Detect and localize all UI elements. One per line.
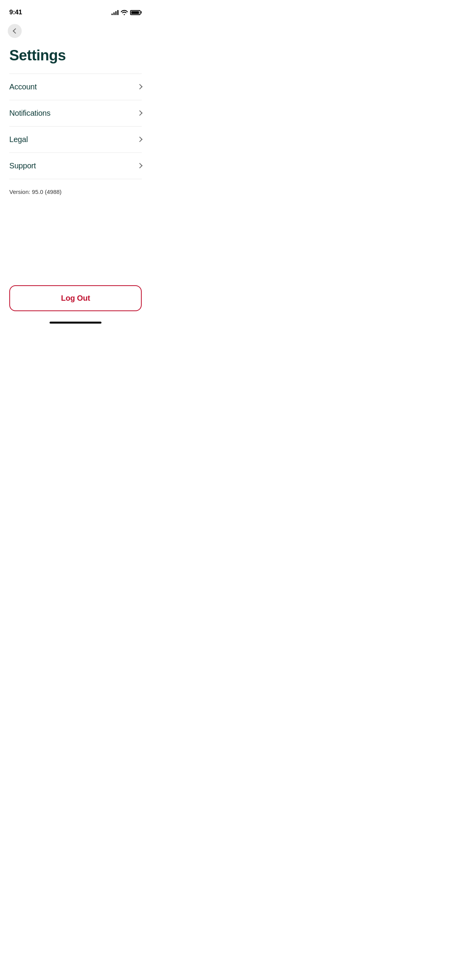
chevron-right-icon [137,84,142,89]
logout-button-label: Log Out [61,294,90,302]
battery-icon [130,10,142,15]
page-title: Settings [0,41,151,67]
menu-item-account-label: Account [9,82,37,91]
menu-item-support-label: Support [9,161,36,170]
logout-button-container: Log Out [9,285,142,311]
back-button-area [0,21,151,41]
chevron-right-icon [137,110,142,116]
status-time: 9:41 [9,9,22,16]
chevron-right-icon [137,137,142,142]
menu-item-notifications-label: Notifications [9,109,50,118]
menu-item-legal[interactable]: Legal [9,127,142,153]
menu-item-notifications[interactable]: Notifications [9,100,142,127]
logout-button[interactable]: Log Out [9,285,142,311]
back-button[interactable] [8,24,22,38]
settings-menu: Account Notifications Legal Support [0,74,151,179]
signal-icon [112,10,118,15]
menu-item-legal-label: Legal [9,135,28,144]
menu-item-account[interactable]: Account [9,74,142,100]
status-bar: 9:41 [0,0,151,19]
status-icons [112,10,142,15]
chevron-left-icon [12,28,18,34]
menu-item-support[interactable]: Support [9,153,142,179]
home-indicator [50,322,101,324]
wifi-icon [121,10,128,15]
chevron-right-icon [137,163,142,168]
version-text: Version: 95.0 (4988) [0,179,151,195]
